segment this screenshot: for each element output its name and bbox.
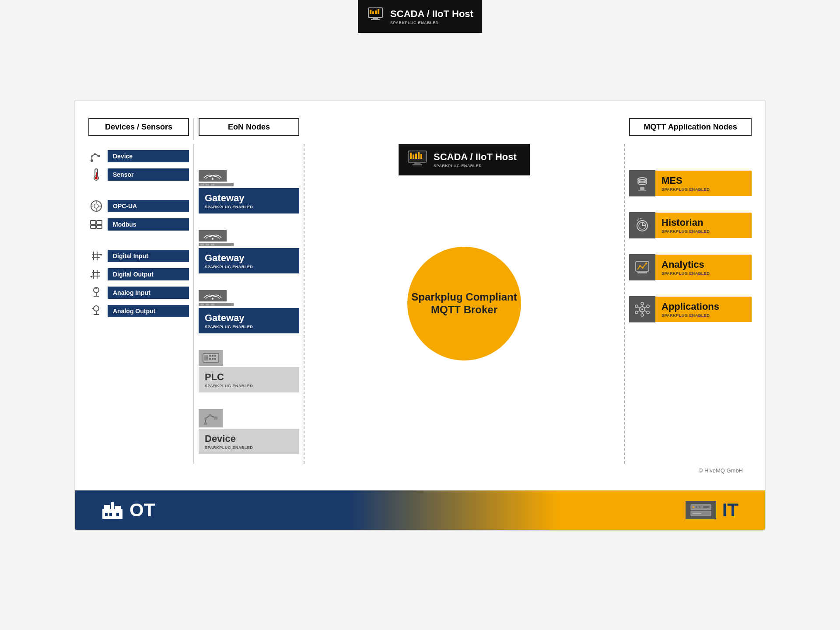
svg-marker-32 xyxy=(100,254,102,256)
settings-circle-icon xyxy=(88,198,104,214)
historian-icon-box xyxy=(629,212,655,238)
svg-point-109 xyxy=(693,506,694,508)
eon-gateway-3-card: Gateway SPARKPLUG ENABLED xyxy=(199,308,299,333)
svg-rect-56 xyxy=(212,358,214,360)
svg-point-10 xyxy=(91,159,93,162)
applications-sub: SPARKPLUG ENABLED xyxy=(662,313,746,318)
device-label-digital-input: Digital Input xyxy=(108,250,189,262)
separator-1 xyxy=(193,144,194,464)
eon-header: EoN Nodes xyxy=(199,118,299,136)
svg-rect-102 xyxy=(104,505,110,509)
apps-column: MES SPARKPLUG ENABLED xyxy=(629,144,752,464)
svg-point-92 xyxy=(647,305,649,308)
svg-rect-67 xyxy=(413,164,422,165)
eon-plc: PLC SPARKPLUG ENABLED xyxy=(199,350,299,392)
bottom-bar: OT IT xyxy=(75,490,765,530)
svg-point-85 xyxy=(642,267,644,269)
svg-rect-103 xyxy=(111,502,114,509)
svg-point-49 xyxy=(212,298,214,300)
applications-icon-box xyxy=(629,296,655,322)
mes-title: MES xyxy=(662,175,746,186)
device-item-modbus: Modbus xyxy=(88,217,189,232)
device-item-digital-input: Digital Input xyxy=(88,248,189,264)
svg-point-47 xyxy=(212,178,214,180)
svg-rect-51 xyxy=(204,355,208,360)
svg-rect-73 xyxy=(640,187,644,190)
device-item-digital-output: Digital Output xyxy=(88,266,189,282)
device-label-digital-output: Digital Output xyxy=(108,268,189,280)
eon-column: Gateway SPARKPLUG ENABLED xyxy=(199,144,299,464)
app-analytics: Analytics SPARKPLUG ENABLED xyxy=(629,254,752,280)
svg-rect-69 xyxy=(413,154,414,159)
device-group-2: OPC-UA Modbus xyxy=(88,198,189,232)
svg-rect-112 xyxy=(703,506,709,508)
svg-rect-104 xyxy=(115,506,121,509)
svg-point-11 xyxy=(91,155,93,157)
svg-point-63 xyxy=(209,414,211,416)
server-icon-box xyxy=(686,501,716,519)
svg-rect-54 xyxy=(214,355,216,357)
broker-title-line2: MQTT Broker xyxy=(431,304,497,316)
svg-line-98 xyxy=(645,307,647,308)
svg-point-110 xyxy=(696,506,697,508)
mes-sub: SPARKPLUG ENABLED xyxy=(662,187,746,192)
svg-rect-64 xyxy=(214,416,217,420)
svg-line-99 xyxy=(638,311,640,312)
svg-point-84 xyxy=(639,265,641,267)
svg-rect-13 xyxy=(98,155,100,157)
scada-monitor-icon xyxy=(407,150,427,169)
device-group-3: Digital Input Digital Out xyxy=(88,248,189,319)
svg-rect-71 xyxy=(418,152,420,159)
copyright-text: © HiveMQ GmbH xyxy=(88,464,752,477)
broker-circle: Sparkplug Compliant MQTT Broker xyxy=(407,247,521,360)
scada-node: SCADA / IIoT Host SPARKPLUG ENABLED xyxy=(399,144,530,175)
robot-arm-icon xyxy=(88,148,104,164)
eon-gateway-1-card: Gateway SPARKPLUG ENABLED xyxy=(199,188,299,214)
eon-gateway-2: Gateway SPARKPLUG ENABLED xyxy=(199,230,299,273)
diagram-area: Devices / Sensors EoN Nodes xyxy=(75,101,765,486)
device-label-device: Device xyxy=(108,150,189,162)
svg-point-43 xyxy=(94,306,99,311)
device-item-device: Device xyxy=(88,148,189,164)
factory-icon xyxy=(102,500,123,520)
svg-point-89 xyxy=(641,302,644,305)
server-icon xyxy=(690,504,712,517)
svg-rect-114 xyxy=(693,513,701,514)
analytics-card: Analytics SPARKPLUG ENABLED xyxy=(655,255,752,280)
hash-icon-1 xyxy=(88,248,104,264)
devices-column: Device Sensor xyxy=(88,144,189,464)
device-group-1: Device Sensor xyxy=(88,148,189,182)
it-section: IT xyxy=(659,500,765,521)
mes-card: MES SPARKPLUG ENABLED xyxy=(655,171,752,196)
svg-marker-37 xyxy=(90,276,93,278)
svg-point-91 xyxy=(635,305,638,308)
app-mes: MES SPARKPLUG ENABLED xyxy=(629,170,752,196)
svg-rect-107 xyxy=(116,513,119,516)
svg-point-86 xyxy=(645,262,647,264)
svg-rect-53 xyxy=(212,355,214,357)
device-item-sensor: Sensor xyxy=(88,167,189,182)
historian-card: Historian SPARKPLUG ENABLED xyxy=(655,213,752,238)
thermometer-icon xyxy=(88,167,104,182)
svg-rect-83 xyxy=(637,272,647,273)
scada-sub-text: SPARKPLUG ENABLED xyxy=(434,164,517,168)
eon-gateway-3-title: Gateway xyxy=(205,312,293,324)
eon-gateway-2-title: Gateway xyxy=(205,252,293,264)
eon-gateway-3-sub: SPARKPLUG ENABLED xyxy=(205,325,293,329)
devices-header: Devices / Sensors xyxy=(88,118,189,136)
modbus-icon xyxy=(88,217,104,232)
svg-point-90 xyxy=(641,314,644,316)
svg-rect-66 xyxy=(414,162,420,164)
svg-rect-57 xyxy=(214,358,216,360)
svg-point-111 xyxy=(699,506,700,508)
eon-gateway-2-card: Gateway SPARKPLUG ENABLED xyxy=(199,248,299,273)
svg-rect-27 xyxy=(97,225,102,228)
svg-point-88 xyxy=(641,308,643,310)
device-item-opcua: OPC-UA xyxy=(88,198,189,214)
hash-icon-2 xyxy=(88,266,104,282)
svg-point-94 xyxy=(647,311,649,314)
svg-rect-70 xyxy=(415,154,417,159)
eon-gateway-3: Gateway SPARKPLUG ENABLED xyxy=(199,290,299,333)
svg-rect-24 xyxy=(91,220,96,224)
historian-sub: SPARKPLUG ENABLED xyxy=(662,229,746,234)
